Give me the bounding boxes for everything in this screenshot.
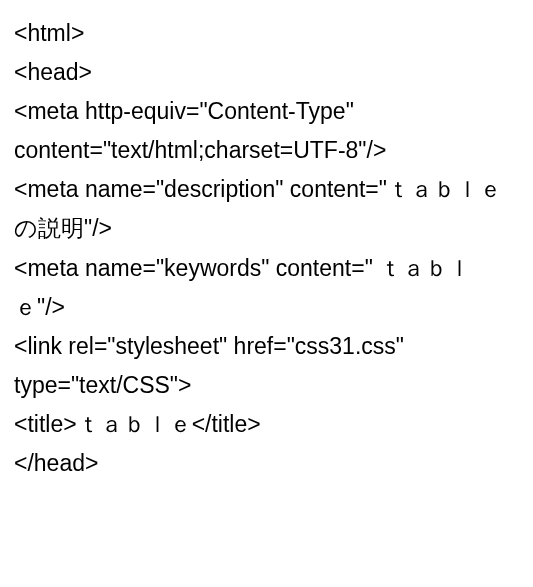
code-line-7: <title>ｔａｂｌｅ</title> (14, 405, 519, 444)
code-line-2: <head> (14, 53, 519, 92)
code-line-8: </head> (14, 444, 519, 483)
code-line-3: <meta http-equiv="Content-Type" content=… (14, 92, 519, 170)
code-line-6: <link rel="stylesheet" href="css31.css" … (14, 327, 519, 405)
code-line-5: <meta name="keywords" content=" ｔａｂｌｅ"/> (14, 249, 519, 327)
code-line-1: <html> (14, 14, 519, 53)
code-line-4: <meta name="description" content="ｔａｂｌｅ … (14, 170, 519, 248)
